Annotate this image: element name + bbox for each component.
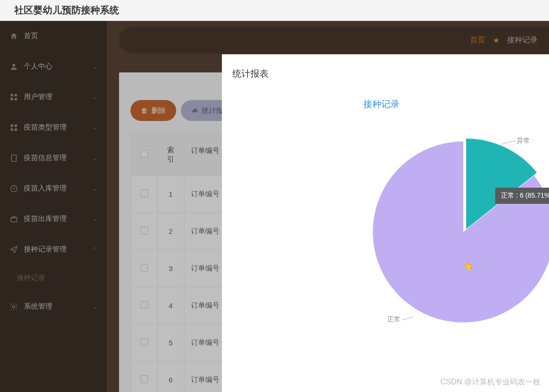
modal-title: 统计报表 xyxy=(232,68,549,80)
leader-lines xyxy=(232,130,549,344)
app-title: 社区婴幼儿预防接种系统 xyxy=(14,4,119,17)
app-header: 社区婴幼儿预防接种系统 xyxy=(0,0,549,21)
slice-label-abnormal: 异常 xyxy=(517,137,530,145)
stats-modal: 统计报表 接种记录 异常 正常 正常 : 6 (85.71%) 👆 xyxy=(222,54,549,392)
chart-tooltip: 正常 : 6 (85.71%) xyxy=(495,188,549,204)
slice-label-normal: 正常 xyxy=(387,315,400,324)
watermark: CSDN @计算机专业码农一枚 xyxy=(440,377,540,387)
chart-title: 接种记录 xyxy=(232,98,549,111)
pie-chart: 异常 正常 正常 : 6 (85.71%) 👆 xyxy=(232,130,549,368)
